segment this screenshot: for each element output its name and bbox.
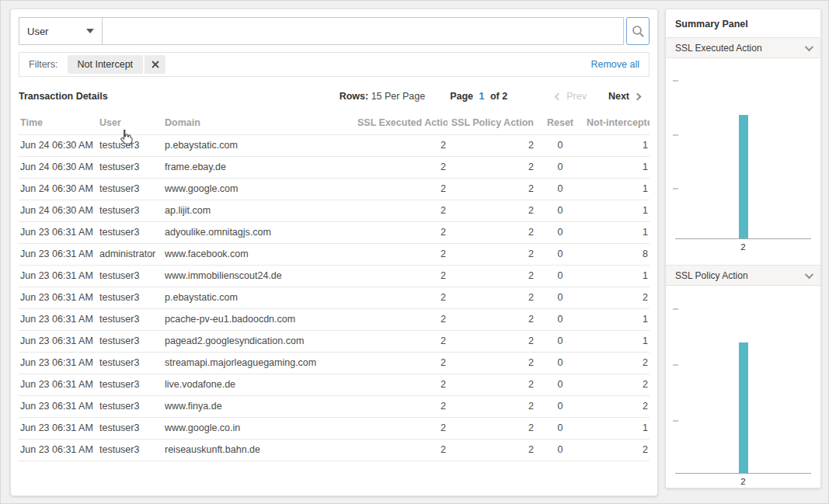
table-topbar: Transaction Details Rows: 15 Per Page Pa… xyxy=(19,85,650,111)
table-row[interactable]: Jun 23 06:31 AMtestuser3www.immobiliensc… xyxy=(19,265,650,287)
chevron-down-icon xyxy=(805,269,813,278)
search-input[interactable] xyxy=(102,17,624,45)
summary-section-ssl-executed-action[interactable]: SSL Executed Action xyxy=(666,37,820,58)
table-row[interactable]: Jun 23 06:31 AMtestuser3p.ebaystatic.com… xyxy=(19,287,650,308)
remove-filter-icon[interactable] xyxy=(145,55,165,74)
table-row[interactable]: Jun 23 06:31 AMtestuser3pcache-pv-eu1.ba… xyxy=(19,308,650,330)
transactions-header-row: TimeUserDomainSSL Executed ActionSSL Pol… xyxy=(19,111,650,134)
table-row[interactable]: Jun 24 06:30 AMtestuser3www.google.com22… xyxy=(19,178,650,200)
chevron-down-icon xyxy=(86,29,94,33)
page-indicator: Page 1 of 2 xyxy=(450,91,507,102)
table-row[interactable]: Jun 23 06:31 AMtestuser3live.vodafone.de… xyxy=(19,374,650,395)
column-header[interactable]: Domain xyxy=(163,111,356,134)
table-row[interactable]: Jun 24 06:30 AMtestuser3ap.lijit.com2201 xyxy=(19,200,650,221)
search-field-dropdown[interactable]: User xyxy=(19,17,103,45)
column-header[interactable]: Not-intercepted xyxy=(585,111,650,134)
y-tick xyxy=(673,420,678,422)
table-row[interactable]: Jun 23 06:31 AMtestuser3www.finya.de2202 xyxy=(19,395,650,417)
chart-bar[interactable] xyxy=(739,342,748,473)
y-tick xyxy=(673,308,678,310)
y-tick xyxy=(673,80,678,82)
column-header[interactable]: Time xyxy=(19,111,98,134)
filter-chip-label: Not Intercept xyxy=(68,55,144,74)
table-row[interactable]: Jun 23 06:31 AMtestuser3www.google.co.in… xyxy=(19,417,650,439)
column-header[interactable]: Reset xyxy=(535,111,585,134)
chart-plot-area: 2 xyxy=(675,292,811,474)
summary-section-ssl-policy-action[interactable]: SSL Policy Action xyxy=(666,265,820,286)
transactions-table: TimeUserDomainSSL Executed ActionSSL Pol… xyxy=(19,111,650,461)
search-button[interactable] xyxy=(626,17,650,45)
y-tick xyxy=(673,188,678,189)
chevron-down-icon xyxy=(805,42,813,50)
pagination: Rows: 15 Per Page Page 1 of 2 Prev Next xyxy=(340,91,650,102)
table-row[interactable]: Jun 23 06:31 AMadministratorwww.facebook… xyxy=(19,243,650,265)
chevron-right-icon xyxy=(634,92,642,100)
search-toolbar: User xyxy=(19,17,650,45)
summary-panel: Summary Panel SSL Executed Action 2 SSL … xyxy=(665,9,821,488)
table-row[interactable]: Jun 23 06:31 AMtestuser3reiseauskunft.ba… xyxy=(19,439,650,461)
remove-all-filters-link[interactable]: Remove all xyxy=(590,59,639,70)
filter-chips: Not Intercept xyxy=(68,55,166,74)
current-page-number[interactable]: 1 xyxy=(479,91,485,102)
table-row[interactable]: Jun 24 06:30 AMtestuser3frame.ebay.de220… xyxy=(19,156,650,178)
table-row[interactable]: Jun 23 06:31 AMtestuser3streamapi.majorl… xyxy=(19,352,650,374)
app-root: { "colors": { "accent_blue": "#2e7fc2", … xyxy=(0,0,829,504)
search-field-dropdown-value: User xyxy=(27,26,48,37)
table-title: Transaction Details xyxy=(19,91,108,102)
filter-chip: Not Intercept xyxy=(68,55,166,74)
filter-bar: Filters: Not Intercept Remove all xyxy=(19,52,650,77)
section-label: SSL Policy Action xyxy=(675,270,748,281)
chart-plot-area: 2 xyxy=(675,64,811,239)
transactions-body: Jun 24 06:30 AMtestuser3p.ebaystatic.com… xyxy=(19,134,650,461)
chart-bar[interactable] xyxy=(739,115,748,238)
table-row[interactable]: Jun 23 06:31 AMtestuser3adyoulike.omnita… xyxy=(19,221,650,243)
column-header[interactable]: User xyxy=(98,111,163,134)
y-tick xyxy=(673,364,678,366)
y-tick xyxy=(673,134,678,136)
next-page-button[interactable]: Next xyxy=(608,91,640,102)
rows-per-page[interactable]: Rows: 15 Per Page xyxy=(340,91,425,102)
search-icon xyxy=(632,25,645,38)
column-header[interactable]: SSL Policy Action xyxy=(448,111,535,134)
ssl-executed-action-chart: 2 xyxy=(666,58,820,265)
filters-label: Filters: xyxy=(29,59,58,70)
ssl-policy-action-chart: 2 xyxy=(666,286,820,490)
prev-page-button[interactable]: Prev xyxy=(556,91,587,102)
table-row[interactable]: Jun 24 06:30 AMtestuser3p.ebaystatic.com… xyxy=(19,134,650,156)
section-label: SSL Executed Action xyxy=(675,43,762,54)
column-header[interactable]: SSL Executed Action xyxy=(356,111,448,134)
table-row[interactable]: Jun 23 06:31 AMtestuser3pagead2.googlesy… xyxy=(19,330,650,352)
chart-category-label: 2 xyxy=(740,242,745,252)
chevron-left-icon xyxy=(555,92,563,100)
transactions-panel: User Filters: Not Intercept Remove all T… xyxy=(10,9,658,496)
summary-panel-title: Summary Panel xyxy=(666,9,820,37)
chart-category-label: 2 xyxy=(740,477,745,486)
